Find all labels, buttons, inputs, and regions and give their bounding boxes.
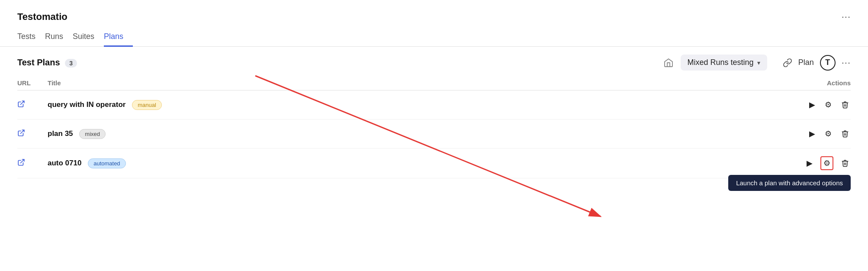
test-plans-label: Test Plans 3 — [17, 58, 77, 68]
row2-run-button[interactable]: ▶ — [807, 127, 817, 140]
tooltip: Launch a plan with advanced options — [728, 175, 851, 191]
row1-ext-link[interactable] — [17, 101, 25, 110]
table-row: query with IN operator manual ▶ ⚙ — [17, 90, 851, 119]
trash-icon — [841, 101, 849, 109]
row2-gear-button[interactable]: ⚙ — [823, 127, 833, 140]
row3-title-col: auto 0710 automated — [48, 158, 781, 168]
row2-url-col — [17, 129, 48, 139]
col-actions-header: Actions — [781, 79, 851, 87]
svg-line-0 — [21, 101, 24, 104]
row3-url-col — [17, 158, 48, 168]
external-link-icon — [17, 158, 25, 166]
table-container: URL Title Actions query with IN operator… — [0, 76, 868, 178]
row2-badge: mixed — [79, 129, 106, 139]
row2-title: plan 35 — [48, 129, 73, 138]
svg-line-2 — [21, 159, 24, 163]
row3-actions: ▶ ⚙ Launch a plan with advanced options — [781, 156, 851, 170]
row1-url-col — [17, 100, 48, 110]
plan-label-button[interactable]: Plan — [798, 58, 814, 67]
row1-title: query with IN operator — [48, 100, 125, 109]
row1-delete-button[interactable] — [839, 99, 851, 110]
avatar-button[interactable]: T — [820, 55, 836, 71]
plan-header-bar: Test Plans 3 Mixed Runs testing ▾ Plan T — [0, 47, 868, 76]
row3-run-button[interactable]: ▶ — [805, 157, 814, 170]
col-url-header: URL — [17, 79, 48, 87]
row1-gear-button[interactable]: ⚙ — [823, 98, 833, 111]
row3-delete-button[interactable] — [839, 158, 851, 169]
trash-icon — [841, 130, 849, 138]
plan-more-button[interactable]: ··· — [842, 57, 851, 68]
row1-actions: ▶ ⚙ — [781, 98, 851, 111]
external-link-icon — [17, 129, 25, 137]
col-title-header: Title — [48, 79, 781, 87]
header-more-button[interactable]: ··· — [842, 11, 851, 23]
table-header: URL Title Actions — [17, 76, 851, 90]
app-title: Testomatio — [17, 11, 68, 23]
breadcrumb-label: Mixed Runs testing — [688, 58, 754, 67]
tab-tests[interactable]: Tests — [17, 28, 45, 47]
external-link-icon — [17, 100, 25, 108]
row2-delete-button[interactable] — [839, 128, 851, 139]
table-row: auto 0710 automated ▶ ⚙ Launch a plan wi… — [17, 148, 851, 178]
row3-badge: automated — [88, 158, 125, 168]
row2-ext-link[interactable] — [17, 130, 25, 139]
row2-actions: ▶ ⚙ — [781, 127, 851, 140]
header: Testomatio ··· — [0, 0, 868, 26]
trash-icon — [841, 159, 849, 167]
right-actions: Plan T ··· — [783, 55, 851, 71]
tab-plans[interactable]: Plans — [104, 28, 133, 47]
row3-title: auto 0710 — [48, 159, 81, 167]
row3-gear-button[interactable]: ⚙ — [820, 156, 833, 170]
svg-line-1 — [21, 130, 24, 133]
chevron-down-icon: ▾ — [757, 59, 760, 66]
nav-tabs: Tests Runs Suites Plans — [0, 28, 868, 47]
table-row: plan 35 mixed ▶ ⚙ — [17, 119, 851, 148]
tab-suites[interactable]: Suites — [73, 28, 104, 47]
link-icon — [783, 58, 792, 68]
row1-badge: manual — [132, 100, 162, 110]
plans-count-badge: 3 — [65, 59, 77, 68]
link-icon-button[interactable] — [783, 58, 792, 68]
row2-title-col: plan 35 mixed — [48, 129, 781, 139]
row3-ext-link[interactable] — [17, 159, 25, 168]
row1-title-col: query with IN operator manual — [48, 100, 781, 110]
home-icon-button[interactable] — [663, 58, 674, 68]
tab-runs[interactable]: Runs — [45, 28, 73, 47]
breadcrumb-dropdown[interactable]: Mixed Runs testing ▾ — [681, 55, 767, 71]
avatar-label: T — [825, 58, 830, 67]
app-container: Testomatio ··· Tests Runs Suites Plans T… — [0, 0, 868, 271]
row1-run-button[interactable]: ▶ — [807, 98, 817, 111]
home-icon — [663, 58, 674, 68]
